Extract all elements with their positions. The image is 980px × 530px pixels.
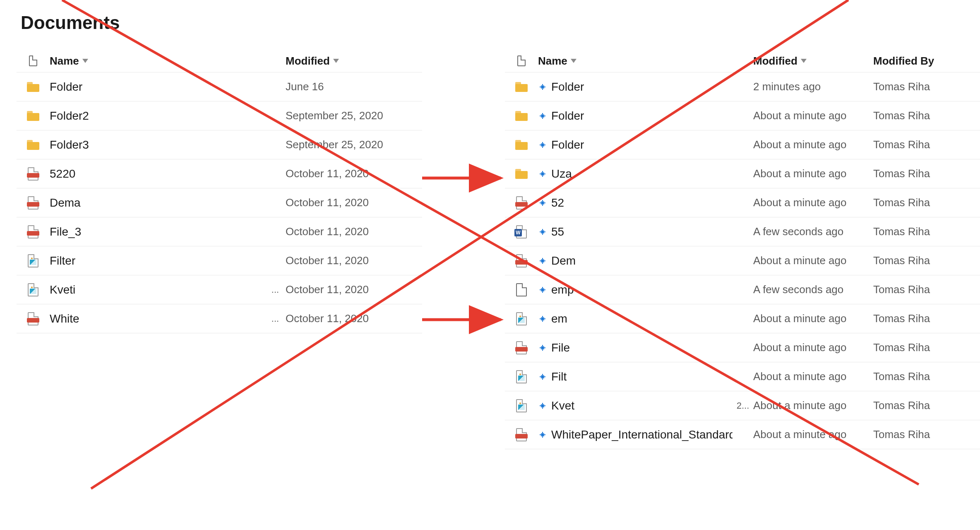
modified-by-cell: Tomas Riha xyxy=(873,283,980,296)
table-row[interactable]: emAbout a minute agoTomas Riha xyxy=(505,304,980,333)
new-item-sparkle-icon xyxy=(538,140,547,149)
file-name-cell[interactable]: em xyxy=(538,312,733,325)
modified-cell: A few seconds ago xyxy=(753,225,873,238)
pdf-file-icon xyxy=(516,428,527,441)
file-name-label: Folder2 xyxy=(551,109,584,122)
new-item-sparkle-icon xyxy=(538,227,547,236)
table-row[interactable]: Folder2About a minute agoTomas Riha xyxy=(505,101,980,130)
new-item-sparkle-icon xyxy=(538,372,547,381)
table-row[interactable]: 52About a minute agoTomas Riha xyxy=(505,188,980,217)
header-name[interactable]: Name xyxy=(50,55,265,67)
folder-icon xyxy=(515,111,528,121)
header-file-type-icon[interactable] xyxy=(505,55,538,66)
header-file-type-icon[interactable] xyxy=(17,55,50,66)
file-name-cell[interactable]: Folder xyxy=(538,80,733,94)
file-type-cell xyxy=(17,196,50,210)
file-name-cell[interactable]: 55 xyxy=(538,225,733,238)
modified-cell: June 16 xyxy=(286,80,422,93)
file-type-cell xyxy=(505,312,538,325)
file-name-label: Folder xyxy=(551,80,584,93)
chevron-down-icon xyxy=(801,59,807,63)
table-row[interactable]: FileAbout a minute agoTomas Riha xyxy=(505,333,980,362)
file-type-cell xyxy=(505,82,538,92)
file-name-label: Dem xyxy=(551,254,576,267)
file-name-cell[interactable]: Filter xyxy=(50,254,265,267)
file-name-cell[interactable]: WhitePaper_International_Standards_on xyxy=(538,428,733,441)
modified-cell: 2 minutes ago xyxy=(753,80,873,93)
header-name-label: Name xyxy=(538,55,567,67)
table-row[interactable]: Kvet2...About a minute agoTomas Riha xyxy=(505,391,980,420)
header-modified-by[interactable]: Modified By xyxy=(873,55,980,67)
table-row[interactable]: WhitePaper_International_Standards_onAbo… xyxy=(505,420,980,449)
table-row[interactable]: empA few seconds agoTomas Riha xyxy=(505,275,980,304)
table-row[interactable]: Folder3About a minute agoTomas Riha xyxy=(505,130,980,159)
table-row[interactable]: Folder2 minutes agoTomas Riha xyxy=(505,72,980,101)
file-type-cell xyxy=(17,167,50,181)
file-type-cell xyxy=(17,111,50,121)
table-row[interactable]: UzaAbout a minute agoTomas Riha xyxy=(505,159,980,188)
header-modified[interactable]: Modified xyxy=(286,55,422,67)
table-row[interactable]: FolderJune 16 xyxy=(17,72,422,101)
page-title: Documents xyxy=(21,12,963,33)
file-name-cell[interactable]: Folder2 xyxy=(538,109,733,123)
pdf-file-icon xyxy=(28,225,38,238)
file-name-cell[interactable]: File_3 xyxy=(50,225,265,238)
file-type-cell xyxy=(505,196,538,210)
table-row[interactable]: White...October 11, 2020 xyxy=(17,304,422,333)
folder-icon xyxy=(515,169,528,179)
file-name-cell[interactable]: Kveti xyxy=(50,283,265,296)
file-name-label: Folder3 xyxy=(551,138,584,151)
header-modified-by-label: Modified By xyxy=(873,55,934,67)
file-name-cell[interactable]: White xyxy=(50,312,265,325)
file-name-cell[interactable]: Folder xyxy=(50,80,265,94)
file-name-cell[interactable]: Dem xyxy=(538,254,733,267)
pdf-file-icon xyxy=(28,167,38,181)
table-row[interactable]: FilterOctober 11, 2020 xyxy=(17,246,422,275)
file-type-cell xyxy=(17,312,50,325)
modified-by-cell: Tomas Riha xyxy=(873,312,980,325)
table-row[interactable]: Kveti...October 11, 2020 xyxy=(17,275,422,304)
file-name-label: Filter xyxy=(50,254,75,267)
table-row[interactable]: FiltAbout a minute agoTomas Riha xyxy=(505,362,980,391)
file-name-cell[interactable]: Folder3 xyxy=(50,138,265,152)
modified-cell: About a minute ago xyxy=(753,312,873,325)
file-name-cell[interactable]: Uza xyxy=(538,167,733,181)
file-type-cell xyxy=(505,399,538,412)
file-name-cell[interactable]: 5220 xyxy=(50,167,265,181)
file-name-cell[interactable]: Folder2 xyxy=(50,109,265,123)
table-row[interactable]: DemaOctober 11, 2020 xyxy=(17,188,422,217)
file-name-label: 5220 xyxy=(50,167,75,181)
pdf-file-icon xyxy=(516,341,527,354)
modified-cell: October 11, 2020 xyxy=(286,196,422,209)
table-row[interactable]: File_3October 11, 2020 xyxy=(17,217,422,246)
image-file-icon xyxy=(28,254,38,267)
table-row[interactable]: Folder2September 25, 2020 xyxy=(17,101,422,130)
file-type-cell xyxy=(505,225,538,238)
file-type-cell xyxy=(17,140,50,150)
table-row[interactable]: Folder3September 25, 2020 xyxy=(17,130,422,159)
header-modified[interactable]: Modified xyxy=(753,55,873,67)
file-name-cell[interactable]: Folder3 xyxy=(538,138,733,152)
modified-cell: About a minute ago xyxy=(753,109,873,122)
file-name-cell[interactable]: emp xyxy=(538,283,733,296)
modified-cell: October 11, 2020 xyxy=(286,167,422,180)
pdf-file-icon xyxy=(516,254,527,267)
modified-by-cell: Tomas Riha xyxy=(873,254,980,267)
file-type-cell xyxy=(505,111,538,121)
file-name-label: Folder xyxy=(50,80,82,94)
table-row[interactable]: 55A few seconds agoTomas Riha xyxy=(505,217,980,246)
new-item-sparkle-icon xyxy=(538,256,547,265)
table-row[interactable]: 5220October 11, 2020 xyxy=(17,159,422,188)
table-row[interactable]: DemAbout a minute agoTomas Riha xyxy=(505,246,980,275)
file-type-cell xyxy=(505,254,538,267)
header-name[interactable]: Name xyxy=(538,55,733,67)
file-name-cell[interactable]: Dema xyxy=(50,196,265,210)
modified-by-cell: Tomas Riha xyxy=(873,370,980,383)
file-name-cell[interactable]: 52 xyxy=(538,196,733,210)
file-name-cell[interactable]: Filt xyxy=(538,370,733,383)
modified-by-cell: Tomas Riha xyxy=(873,225,980,238)
file-name-cell[interactable]: Kvet xyxy=(538,399,733,412)
file-name-cell[interactable]: File xyxy=(538,341,733,354)
pdf-file-icon xyxy=(516,196,527,210)
modified-cell: October 11, 2020 xyxy=(286,283,422,296)
